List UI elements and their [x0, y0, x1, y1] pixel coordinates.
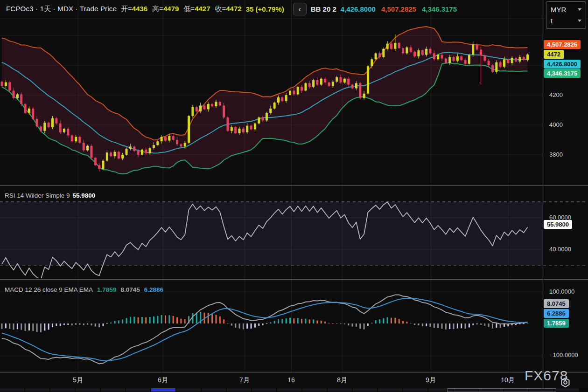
unit-dropdown[interactable]: t — [551, 17, 581, 25]
scale-tick: 3800 — [549, 151, 563, 158]
chart-legend-bar: FCPOc3 · 1天 · MDX · Trade Price 开=4436高=… — [0, 0, 588, 19]
symbol-title: FCPOc3 · 1天 · MDX · Trade Price — [6, 5, 117, 14]
macd-values: 1.78598.07456.2886 — [93, 286, 163, 293]
tab-segment[interactable] — [101, 388, 125, 392]
tab-segment[interactable] — [328, 388, 352, 392]
ohlc-item: 收=4472 — [215, 5, 242, 14]
currency-unit-widget: MYR t — [546, 1, 586, 29]
rsi-label-text: RSI 14 Wilder Simple 9 — [5, 192, 70, 199]
gear-icon[interactable] — [560, 377, 571, 388]
price-badge: 4472 — [544, 50, 564, 59]
scroll-thumb[interactable] — [447, 388, 556, 392]
rsi-pane-label[interactable]: RSI 14 Wilder Simple 955.9800 — [5, 192, 95, 199]
tab-segment[interactable] — [302, 388, 327, 392]
chevron-down-icon — [578, 8, 581, 11]
scale-tick: −100.0000 — [549, 351, 578, 358]
tab-segment[interactable] — [252, 388, 276, 392]
back-button[interactable]: ‹ — [293, 3, 307, 15]
macd-label-text: MACD 12 26 close 9 EMA EMA — [5, 286, 93, 293]
tab-segment[interactable] — [227, 388, 251, 392]
active-tab-segment[interactable] — [151, 388, 175, 392]
price-badge: 4,507.2825 — [544, 40, 581, 49]
ohlc-values: 开=4436高=4479低=4427收=4472 — [121, 5, 242, 14]
bb-value: 4,507.2825 — [381, 5, 416, 13]
background-tab-strip[interactable] — [0, 388, 588, 392]
time-axis-label: 9月 — [426, 376, 436, 385]
price-badge: 8.0745 — [544, 299, 569, 308]
scale-tick: 4000 — [549, 121, 563, 128]
tab-segment[interactable] — [554, 388, 579, 392]
price-badge: 1.7859 — [544, 319, 569, 328]
price-badge: 4,346.3175 — [544, 69, 581, 78]
tab-segment[interactable] — [202, 388, 226, 392]
macd-value: 8.0745 — [120, 286, 140, 293]
macd-pane-label[interactable]: MACD 12 26 close 9 EMA EMA1.78598.07456.… — [5, 286, 163, 293]
tab-segment[interactable] — [403, 388, 427, 392]
rsi-value: 55.9800 — [73, 192, 96, 199]
scale-tick: 4200 — [549, 91, 563, 98]
ohlc-item: 高=4479 — [152, 5, 179, 14]
time-axis-label: 6月 — [158, 376, 168, 385]
scale-tick: 40.0000 — [549, 246, 571, 253]
price-badge: 55.9800 — [544, 220, 572, 229]
chevron-left-icon: ‹ — [299, 5, 301, 14]
time-axis-label: 16 — [287, 376, 295, 384]
currency-value: MYR — [551, 6, 566, 14]
macd-value: 1.7859 — [97, 286, 116, 293]
bb-value: 4,426.8000 — [341, 5, 376, 13]
tab-segment[interactable] — [25, 388, 49, 392]
scale-tick: 100.0000 — [549, 288, 574, 295]
bb-indicator-label[interactable]: BB 20 2 — [311, 5, 336, 13]
time-axis-label: 10月 — [501, 376, 515, 385]
bb-indicator-values: 4,426.80004,507.28254,346.3175 — [341, 5, 457, 13]
macd-value: 6.2886 — [144, 286, 163, 293]
ohlc-item: 开=4436 — [121, 5, 147, 14]
time-axis-label: 7月 — [239, 376, 250, 385]
time-axis-label: 5月 — [73, 376, 83, 385]
change-value: 35 (+0.79%) — [246, 5, 284, 13]
currency-dropdown[interactable]: MYR — [551, 6, 581, 14]
tab-segment[interactable] — [0, 388, 24, 392]
ohlc-item: 低=4427 — [183, 5, 210, 14]
unit-value: t — [551, 17, 553, 25]
price-badge: 4,426.8000 — [544, 60, 581, 69]
tab-segment[interactable] — [126, 388, 150, 392]
bb-value: 4,346.3175 — [422, 5, 457, 13]
price-badge: 6.2886 — [544, 309, 569, 318]
tab-segment[interactable] — [50, 388, 75, 392]
tab-segment[interactable] — [378, 388, 402, 392]
time-axis-label: 8月 — [337, 376, 347, 385]
trading-chart-app: FCPOc3 · 1天 · MDX · Trade Price 开=4436高=… — [0, 0, 588, 392]
chevron-down-icon — [578, 20, 581, 22]
tab-segment[interactable] — [176, 388, 201, 392]
tab-segment[interactable] — [353, 388, 377, 392]
tab-segment[interactable] — [76, 388, 100, 392]
tab-segment[interactable] — [277, 388, 301, 392]
